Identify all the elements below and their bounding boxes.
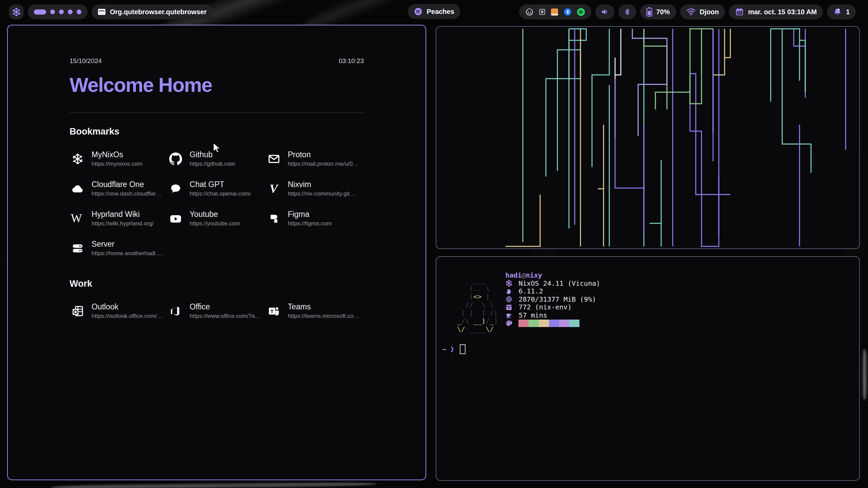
color-swatch: [518, 320, 529, 327]
bookmark-nixvim[interactable]: VNixvimhttps://nix-community.git…: [266, 180, 364, 197]
bookmark-office[interactable]: Officehttps://www.office.com/?a…: [167, 303, 265, 320]
workspace-1-active[interactable]: [34, 9, 46, 15]
notifications-pill[interactable]: 1: [827, 4, 856, 19]
bookmark-name: Youtube: [190, 210, 240, 219]
color-swatch: [529, 320, 539, 327]
outlook-icon: [70, 303, 86, 319]
bookmark-text: Figmahttps://figma.com: [288, 210, 332, 227]
svg-text:T: T: [270, 308, 274, 314]
appsq-tray-icon[interactable]: [539, 8, 546, 15]
nix-icon: [505, 280, 513, 287]
bookmark-text: Cloudflare Onehttps://one.dash.cloudflar…: [92, 180, 162, 197]
bookmark-outlook[interactable]: Outlookhttps://outlook.office.com/…: [70, 303, 167, 320]
volume-button[interactable]: [595, 4, 614, 19]
bookmark-url: https://home.anotherhadi….: [92, 250, 163, 257]
fetch-value: 772 (nix-env): [518, 303, 572, 311]
workspace-2[interactable]: [50, 9, 55, 14]
bookmark-text: Teamshttps://teams.microsoft.co…: [288, 303, 359, 320]
bookmark-name: Teams: [288, 303, 359, 311]
bookmark-url: https://wiki.hyprland.org/: [92, 221, 154, 227]
section-heading-bookmarks: Bookmarks: [70, 126, 364, 137]
media-player-pill[interactable]: Peaches: [408, 4, 460, 19]
page-time: 03:10:23: [339, 57, 364, 65]
system-tray[interactable]: [519, 4, 591, 19]
pipes-window[interactable]: [436, 26, 860, 249]
bookmark-url: https://nix-community.git…: [288, 191, 355, 197]
bookmark-url: https://github.com: [190, 161, 235, 167]
fetch-value: 6.11.2: [518, 287, 543, 296]
bookmark-mynixos[interactable]: MyNixOshttps://mynixos.com: [70, 150, 167, 167]
bookmark-hyprland-wiki[interactable]: WHyprland Wikihttps://wiki.hyprland.org/: [70, 210, 167, 227]
active-window-title-pill[interactable]: Org.qutebrowser.qutebrowser: [92, 4, 213, 19]
btblue-tray-icon[interactable]: [564, 8, 572, 16]
bell-icon: [833, 7, 842, 16]
bookmark-text: Youtubehttps://youtube.com: [190, 210, 240, 227]
fetch-user-host: hadi@nixy: [505, 271, 600, 280]
spotify-icon: [414, 7, 422, 16]
record-tray-icon[interactable]: [525, 8, 534, 16]
terminal-color-swatches: [518, 320, 579, 327]
office-icon: [167, 303, 184, 319]
bookmark-url: https://youtube.com: [190, 221, 240, 227]
window-icon: [98, 8, 106, 15]
bookmark-text: Protonhttps://mail.proton.me/u/0…: [288, 150, 359, 167]
bookmark-url: https://one.dash.cloudflar…: [92, 191, 162, 197]
spotify-tray-icon[interactable]: [577, 8, 585, 16]
filesq-tray-icon[interactable]: [551, 8, 558, 16]
bookmark-url: https://chat.openai.com/: [190, 191, 251, 197]
bookmark-proton[interactable]: Protonhttps://mail.proton.me/u/0…: [266, 150, 364, 167]
fetch-row: 6.11.2: [505, 287, 600, 296]
chat-icon: [167, 181, 184, 197]
bookmark-name: Server: [92, 240, 163, 248]
bookmark-youtube[interactable]: Youtubehttps://youtube.com: [167, 210, 265, 227]
pipes-screensaver: [436, 27, 859, 248]
top-bar: Org.qutebrowser.qutebrowser Peaches 70% …: [0, 4, 868, 20]
color-swatch: [539, 320, 549, 327]
palette-icon: [505, 320, 513, 327]
bluetooth-icon: [624, 7, 631, 16]
terminal-window[interactable]: ___ (.. \ (<> | // \ \ ( | | /| _/\ __)/…: [436, 256, 860, 481]
svg-text:W: W: [71, 212, 82, 225]
notification-count: 1: [846, 8, 850, 16]
bookmark-figma[interactable]: Figmahttps://figma.com: [266, 210, 364, 227]
wiki-icon: W: [70, 210, 86, 227]
bluetooth-button[interactable]: [618, 4, 636, 19]
shell-prompt: ~: [442, 344, 466, 354]
network-name: Djoon: [700, 8, 719, 16]
divider: [70, 112, 364, 113]
fastfetch-output: ___ (.. \ (<> | // \ \ ( | | /| _/\ __)/…: [457, 271, 854, 333]
workspace-indicator[interactable]: [28, 4, 87, 19]
workspace-3[interactable]: [59, 9, 64, 14]
topbar-left-group: Org.qutebrowser.qutebrowser: [9, 4, 213, 19]
mail-icon: [266, 151, 282, 167]
bookmark-chat-gpt[interactable]: Chat GPThttps://chat.openai.com/: [167, 180, 265, 197]
battery-pill[interactable]: 70%: [640, 4, 676, 19]
fetch-rows: NixOS 24.11 (Vicuna)6.11.22870/31377 MiB…: [505, 280, 600, 320]
nix-icon: [70, 151, 86, 167]
bookmark-grid: Outlookhttps://outlook.office.com/…Offic…: [70, 303, 364, 320]
bookmark-teams[interactable]: TTeamshttps://teams.microsoft.co…: [266, 303, 364, 320]
workspace-5[interactable]: [77, 9, 81, 14]
media-track-label: Peaches: [427, 8, 454, 16]
bookmark-cloudflare-one[interactable]: Cloudflare Onehttps://one.dash.cloudflar…: [70, 180, 167, 197]
bookmark-text: Officehttps://www.office.com/?a…: [190, 303, 260, 320]
bookmark-text: Nixvimhttps://nix-community.git…: [288, 180, 355, 197]
bookmark-name: Outlook: [92, 303, 162, 311]
clock-pill[interactable]: mar. oct. 15 03:10 AM: [729, 4, 823, 19]
bookmark-name: Proton: [288, 150, 359, 159]
github-icon: [167, 151, 184, 167]
figma-icon: [266, 210, 282, 227]
bookmark-name: Chat GPT: [190, 180, 251, 189]
bookmark-url: https://mail.proton.me/u/0…: [288, 161, 359, 167]
battery-percent: 70%: [656, 8, 670, 16]
bookmark-name: Cloudflare One: [92, 180, 162, 189]
color-swatch: [569, 320, 579, 327]
nixos-launcher-button[interactable]: [9, 4, 24, 19]
page-title: Welcome Home: [70, 74, 364, 97]
bookmark-sections: BookmarksMyNixOshttps://mynixos.comGithu…: [70, 126, 364, 320]
bookmark-name: Figma: [288, 210, 332, 219]
bookmark-text: Outlookhttps://outlook.office.com/…: [92, 303, 162, 320]
bookmark-server[interactable]: Serverhttps://home.anotherhadi….: [70, 240, 167, 257]
workspace-4[interactable]: [68, 9, 73, 14]
network-pill[interactable]: Djoon: [680, 4, 725, 19]
